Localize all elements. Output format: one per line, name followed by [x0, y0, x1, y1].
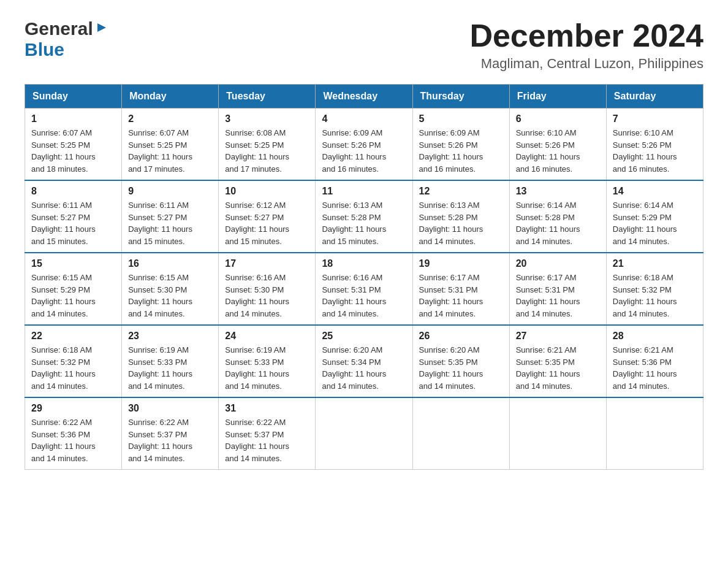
day-info: Sunrise: 6:16 AMSunset: 5:31 PMDaylight:…	[322, 273, 386, 318]
calendar-cell: 28 Sunrise: 6:21 AMSunset: 5:36 PMDaylig…	[606, 325, 703, 397]
calendar-cell: 15 Sunrise: 6:15 AMSunset: 5:29 PMDaylig…	[25, 253, 122, 325]
day-number: 31	[225, 403, 309, 414]
day-number: 27	[516, 331, 600, 342]
calendar-cell: 21 Sunrise: 6:18 AMSunset: 5:32 PMDaylig…	[606, 253, 703, 325]
logo-arrow-icon	[95, 21, 108, 37]
day-number: 11	[322, 186, 406, 197]
day-header-friday: Friday	[509, 85, 606, 109]
calendar-cell: 23 Sunrise: 6:19 AMSunset: 5:33 PMDaylig…	[122, 325, 219, 397]
calendar-cell: 22 Sunrise: 6:18 AMSunset: 5:32 PMDaylig…	[25, 325, 122, 397]
day-info: Sunrise: 6:22 AMSunset: 5:37 PMDaylight:…	[225, 418, 289, 463]
calendar-week-row: 15 Sunrise: 6:15 AMSunset: 5:29 PMDaylig…	[25, 253, 703, 325]
calendar-cell: 4 Sunrise: 6:09 AMSunset: 5:26 PMDayligh…	[316, 109, 412, 181]
day-info: Sunrise: 6:09 AMSunset: 5:26 PMDaylight:…	[322, 128, 386, 174]
day-header-thursday: Thursday	[412, 85, 509, 109]
day-number: 16	[128, 258, 212, 269]
day-header-saturday: Saturday	[606, 85, 703, 109]
day-info: Sunrise: 6:12 AMSunset: 5:27 PMDaylight:…	[225, 201, 289, 246]
calendar-cell: 2 Sunrise: 6:07 AMSunset: 5:25 PMDayligh…	[122, 109, 219, 181]
title-section: December 2024 Magliman, Central Luzon, P…	[469, 18, 703, 72]
calendar-cell: 27 Sunrise: 6:21 AMSunset: 5:35 PMDaylig…	[509, 325, 606, 397]
day-number: 12	[419, 186, 503, 197]
day-info: Sunrise: 6:11 AMSunset: 5:27 PMDaylight:…	[128, 201, 192, 246]
day-number: 3	[225, 113, 309, 124]
day-number: 25	[322, 331, 406, 342]
day-number: 7	[613, 113, 697, 124]
day-info: Sunrise: 6:09 AMSunset: 5:26 PMDaylight:…	[419, 128, 483, 174]
calendar-cell	[316, 397, 412, 470]
calendar-cell: 14 Sunrise: 6:14 AMSunset: 5:29 PMDaylig…	[606, 180, 703, 253]
day-header-sunday: Sunday	[25, 85, 122, 109]
day-number: 9	[128, 186, 212, 197]
day-info: Sunrise: 6:08 AMSunset: 5:25 PMDaylight:…	[225, 128, 289, 174]
day-info: Sunrise: 6:19 AMSunset: 5:33 PMDaylight:…	[128, 345, 192, 391]
calendar-week-row: 29 Sunrise: 6:22 AMSunset: 5:36 PMDaylig…	[25, 397, 703, 470]
day-info: Sunrise: 6:16 AMSunset: 5:30 PMDaylight:…	[225, 273, 289, 318]
calendar-subtitle: Magliman, Central Luzon, Philippines	[469, 56, 703, 72]
day-header-tuesday: Tuesday	[219, 85, 316, 109]
day-number: 6	[516, 113, 600, 124]
day-number: 28	[613, 331, 697, 342]
logo: General Blue	[25, 18, 108, 60]
day-number: 5	[419, 113, 503, 124]
calendar-cell: 20 Sunrise: 6:17 AMSunset: 5:31 PMDaylig…	[509, 253, 606, 325]
day-number: 30	[128, 403, 212, 414]
day-info: Sunrise: 6:17 AMSunset: 5:31 PMDaylight:…	[419, 273, 483, 318]
calendar-week-row: 1 Sunrise: 6:07 AMSunset: 5:25 PMDayligh…	[25, 109, 703, 181]
calendar-cell: 5 Sunrise: 6:09 AMSunset: 5:26 PMDayligh…	[412, 109, 509, 181]
day-number: 18	[322, 258, 406, 269]
day-info: Sunrise: 6:18 AMSunset: 5:32 PMDaylight:…	[31, 345, 96, 391]
day-info: Sunrise: 6:07 AMSunset: 5:25 PMDaylight:…	[128, 128, 192, 174]
day-info: Sunrise: 6:21 AMSunset: 5:36 PMDaylight:…	[613, 345, 677, 391]
day-info: Sunrise: 6:19 AMSunset: 5:33 PMDaylight:…	[225, 345, 289, 391]
day-info: Sunrise: 6:17 AMSunset: 5:31 PMDaylight:…	[516, 273, 580, 318]
calendar-cell: 7 Sunrise: 6:10 AMSunset: 5:26 PMDayligh…	[606, 109, 703, 181]
day-info: Sunrise: 6:20 AMSunset: 5:35 PMDaylight:…	[419, 345, 483, 391]
day-number: 29	[31, 403, 115, 414]
calendar-cell: 13 Sunrise: 6:14 AMSunset: 5:28 PMDaylig…	[509, 180, 606, 253]
day-info: Sunrise: 6:11 AMSunset: 5:27 PMDaylight:…	[31, 201, 96, 246]
calendar-cell: 18 Sunrise: 6:16 AMSunset: 5:31 PMDaylig…	[316, 253, 412, 325]
day-info: Sunrise: 6:07 AMSunset: 5:25 PMDaylight:…	[31, 128, 96, 174]
day-info: Sunrise: 6:10 AMSunset: 5:26 PMDaylight:…	[516, 128, 580, 174]
calendar-cell: 31 Sunrise: 6:22 AMSunset: 5:37 PMDaylig…	[219, 397, 316, 470]
day-info: Sunrise: 6:20 AMSunset: 5:34 PMDaylight:…	[322, 345, 386, 391]
day-info: Sunrise: 6:10 AMSunset: 5:26 PMDaylight:…	[613, 128, 677, 174]
logo-general-text: General	[25, 18, 93, 39]
day-number: 26	[419, 331, 503, 342]
calendar-cell: 12 Sunrise: 6:13 AMSunset: 5:28 PMDaylig…	[412, 180, 509, 253]
day-info: Sunrise: 6:14 AMSunset: 5:28 PMDaylight:…	[516, 201, 580, 246]
calendar-cell: 24 Sunrise: 6:19 AMSunset: 5:33 PMDaylig…	[219, 325, 316, 397]
calendar-cell: 17 Sunrise: 6:16 AMSunset: 5:30 PMDaylig…	[219, 253, 316, 325]
day-number: 20	[516, 258, 600, 269]
day-number: 22	[31, 331, 115, 342]
svg-marker-0	[97, 23, 106, 32]
calendar-week-row: 22 Sunrise: 6:18 AMSunset: 5:32 PMDaylig…	[25, 325, 703, 397]
day-number: 21	[613, 258, 697, 269]
calendar-week-row: 8 Sunrise: 6:11 AMSunset: 5:27 PMDayligh…	[25, 180, 703, 253]
day-number: 10	[225, 186, 309, 197]
day-number: 1	[31, 113, 115, 124]
calendar-body: 1 Sunrise: 6:07 AMSunset: 5:25 PMDayligh…	[25, 109, 703, 470]
day-header-monday: Monday	[122, 85, 219, 109]
day-info: Sunrise: 6:22 AMSunset: 5:37 PMDaylight:…	[128, 418, 192, 463]
day-info: Sunrise: 6:15 AMSunset: 5:29 PMDaylight:…	[31, 273, 96, 318]
calendar-cell: 16 Sunrise: 6:15 AMSunset: 5:30 PMDaylig…	[122, 253, 219, 325]
day-number: 8	[31, 186, 115, 197]
calendar-title: December 2024	[469, 18, 703, 53]
calendar-cell: 25 Sunrise: 6:20 AMSunset: 5:34 PMDaylig…	[316, 325, 412, 397]
day-info: Sunrise: 6:13 AMSunset: 5:28 PMDaylight:…	[322, 201, 386, 246]
calendar-cell: 3 Sunrise: 6:08 AMSunset: 5:25 PMDayligh…	[219, 109, 316, 181]
day-number: 13	[516, 186, 600, 197]
day-header-wednesday: Wednesday	[316, 85, 412, 109]
day-info: Sunrise: 6:22 AMSunset: 5:36 PMDaylight:…	[31, 418, 96, 463]
day-info: Sunrise: 6:15 AMSunset: 5:30 PMDaylight:…	[128, 273, 192, 318]
day-number: 15	[31, 258, 115, 269]
calendar-cell: 9 Sunrise: 6:11 AMSunset: 5:27 PMDayligh…	[122, 180, 219, 253]
calendar-cell	[412, 397, 509, 470]
day-number: 24	[225, 331, 309, 342]
calendar-table: SundayMondayTuesdayWednesdayThursdayFrid…	[25, 84, 703, 470]
day-info: Sunrise: 6:18 AMSunset: 5:32 PMDaylight:…	[613, 273, 677, 318]
calendar-cell	[606, 397, 703, 470]
calendar-cell: 29 Sunrise: 6:22 AMSunset: 5:36 PMDaylig…	[25, 397, 122, 470]
